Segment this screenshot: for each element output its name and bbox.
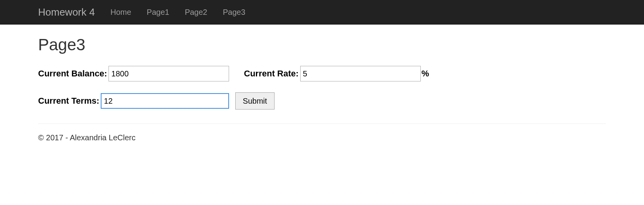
nav-link-page2[interactable]: Page2 <box>185 8 207 17</box>
terms-input[interactable] <box>101 93 229 109</box>
form-row-1: Current Balance: Current Rate: % <box>38 66 606 81</box>
nav-link-page3[interactable]: Page3 <box>223 8 245 17</box>
form-row-2: Current Terms: Submit <box>38 92 606 110</box>
rate-group: Current Rate: % <box>244 66 429 81</box>
footer-divider <box>38 124 606 124</box>
nav-link-page1[interactable]: Page1 <box>147 8 169 17</box>
rate-unit: % <box>422 69 429 79</box>
rate-label: Current Rate: <box>244 69 299 79</box>
terms-group: Current Terms: <box>38 93 229 109</box>
navbar: Homework 4 Home Page1 Page2 Page3 <box>0 0 644 25</box>
rate-input[interactable] <box>300 66 421 81</box>
footer-text: © 2017 - Alexandria LeClerc <box>38 133 606 158</box>
page-title: Page3 <box>38 35 606 54</box>
balance-label: Current Balance: <box>38 69 107 79</box>
main-container: Page3 Current Balance: Current Rate: % C… <box>38 25 606 158</box>
nav-link-home[interactable]: Home <box>110 8 131 17</box>
navbar-brand[interactable]: Homework 4 <box>38 7 95 17</box>
terms-label: Current Terms: <box>38 96 99 106</box>
navbar-links: Home Page1 Page2 Page3 <box>110 8 245 17</box>
balance-input[interactable] <box>108 66 229 81</box>
balance-group: Current Balance: <box>38 66 229 81</box>
navbar-inner: Homework 4 Home Page1 Page2 Page3 <box>38 0 606 24</box>
submit-button[interactable]: Submit <box>235 92 274 110</box>
